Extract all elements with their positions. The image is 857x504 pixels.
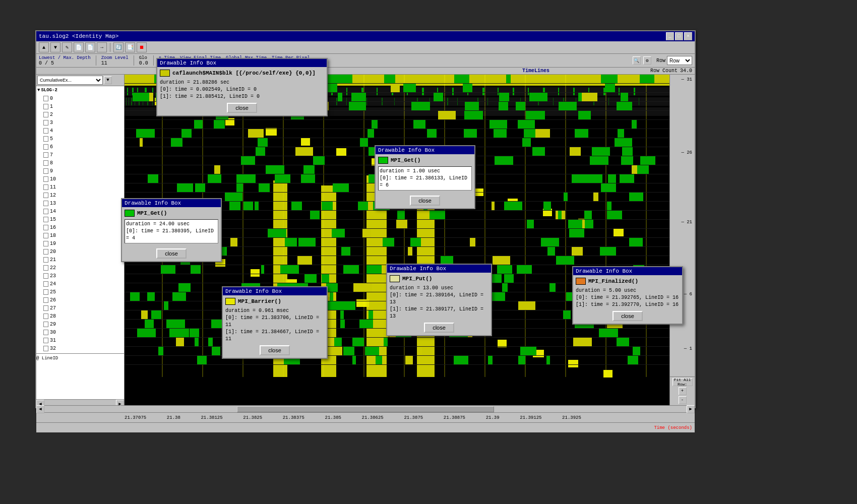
tree-item-4[interactable]: 4 xyxy=(36,127,124,135)
tree-item-0[interactable]: 0 xyxy=(36,94,124,102)
info-box-3-function: MPI_Get() xyxy=(391,157,420,163)
scroll-right-btn[interactable]: ▶ xyxy=(687,405,695,413)
stop-btn[interactable]: ⏹ xyxy=(137,42,147,52)
info-box-2-close[interactable]: close xyxy=(156,248,187,259)
info-box-2-scroll[interactable]: duration = 24.00 usec [0]: time = 21.380… xyxy=(125,219,218,243)
search-btn[interactable]: 🔍 xyxy=(633,56,641,65)
row-scale: — 31 — 26 — 21 — 6 — 1 xyxy=(670,75,695,376)
info-box-3-scroll[interactable]: duration = 1.00 usec [0]: time = 21.3861… xyxy=(378,166,472,191)
info-box-1-close[interactable]: close xyxy=(227,103,257,113)
tree-item-27[interactable]: 27 xyxy=(36,304,124,312)
fit-all-rows-btn[interactable]: Fit All Row: xyxy=(672,378,693,386)
tree-area[interactable]: ▼ SLOG-2 0123456789101112131415161819202… xyxy=(36,86,124,399)
tree-item-1[interactable]: 1 xyxy=(36,102,124,110)
scroll-thumb[interactable] xyxy=(237,406,494,412)
tree-item-19[interactable]: 19 xyxy=(36,239,124,247)
bookmark-btn[interactable]: 📑 xyxy=(125,42,135,52)
close-btn-window[interactable]: × xyxy=(684,32,692,40)
tree-item-16[interactable]: 16 xyxy=(36,223,124,231)
info-box-2: Drawable Info Box MPI_Get() duration = 2… xyxy=(121,198,222,262)
tree-item-31[interactable]: 31 xyxy=(36,336,124,344)
info-box-5-detail0: [0]: time = 21.389164, LineID = 13 xyxy=(390,292,488,306)
maximize-btn[interactable]: □ xyxy=(675,32,683,40)
info-box-4-body: MPI_Barrier() duration = 0.961 msec [0]:… xyxy=(223,295,327,345)
refresh-btn[interactable]: 🔄 xyxy=(113,42,124,52)
tree-item-28[interactable]: 28 xyxy=(36,312,124,320)
tree-item-7[interactable]: 7 xyxy=(36,151,124,159)
info-box-4-duration: duration = 0.961 msec xyxy=(225,307,324,314)
filter-btn[interactable]: ⚙ xyxy=(643,56,651,65)
time-labels: 21.3707521.3821.3812521.382521.3837521.3… xyxy=(125,415,581,420)
tree-item-29[interactable]: 29 xyxy=(36,320,124,328)
tree-item-22[interactable]: 22 xyxy=(36,264,124,272)
info-box-6-body: MPI_Finalized() duration = 5.00 usec [0]… xyxy=(573,275,682,311)
tree-item-32[interactable]: 32 xyxy=(36,344,124,352)
info-box-2-function: MPI_Get() xyxy=(137,210,167,216)
scale-zoom-minus[interactable]: - xyxy=(679,396,687,404)
info-box-5-close[interactable]: close xyxy=(424,323,454,333)
tree-item-2[interactable]: 2 xyxy=(36,110,124,118)
tree-scroll-right[interactable]: ▶ xyxy=(116,400,124,405)
depth-field: Lowest / Max. Depth 0 / 5 xyxy=(39,55,91,66)
tree-item-11[interactable]: 11 xyxy=(36,183,124,191)
scroll-track[interactable] xyxy=(44,406,687,412)
toolbar: ▲ ▼ ✎ 📄 📄 → 🔄 📑 ⏹ xyxy=(36,41,695,54)
bottom-bar: Time (seconds) xyxy=(36,422,695,432)
info-box-6-close[interactable]: close xyxy=(613,311,643,321)
info-box-3-close[interactable]: close xyxy=(410,196,440,206)
time-label-21.3825: 21.3825 xyxy=(243,415,262,420)
tree-item-14[interactable]: 14 xyxy=(36,207,124,215)
tree-item-30[interactable]: 30 xyxy=(36,328,124,336)
tree-item-26[interactable]: 26 xyxy=(36,296,124,304)
cumulative-dropdown[interactable]: CumulativeEx... xyxy=(37,76,103,85)
tree-item-18[interactable]: 18 xyxy=(36,231,124,239)
info-box-4: Drawable Info Box MPI_Barrier() duration… xyxy=(222,286,328,359)
tree-item-20[interactable]: 20 xyxy=(36,247,124,256)
tree-item-15[interactable]: 15 xyxy=(36,215,124,223)
tree-item-3[interactable]: 3 xyxy=(36,118,124,127)
tree-item-23[interactable]: 23 xyxy=(36,272,124,280)
tree-item-24[interactable]: 24 xyxy=(36,280,124,288)
tree-root[interactable]: ▼ SLOG-2 xyxy=(36,86,124,94)
row-select[interactable]: Row All xyxy=(667,56,692,65)
tree-item-12[interactable]: 12 xyxy=(36,191,124,199)
info-box-5-function: MPI_Put() xyxy=(402,276,432,282)
timeline-row-31 xyxy=(125,356,669,365)
down-btn[interactable]: ▼ xyxy=(50,42,60,52)
lineid-row: @ LineID xyxy=(36,353,124,361)
info-box-4-close[interactable]: close xyxy=(260,345,290,355)
tree-hscroll[interactable]: ◀ ▶ xyxy=(36,399,124,405)
info-box-1-detail1: [1]: time = 21.885412, LineID = 0 xyxy=(160,93,324,100)
tree-scroll-left[interactable]: ◀ xyxy=(36,400,44,405)
scale-zoom-plus[interactable]: + xyxy=(679,387,687,395)
minimize-btn[interactable]: _ xyxy=(666,32,674,40)
tree-item-10[interactable]: 10 xyxy=(36,175,124,183)
copy-btn2[interactable]: 📄 xyxy=(85,42,95,52)
tree-item-5[interactable]: 5 xyxy=(36,135,124,143)
tree-item-9[interactable]: 9 xyxy=(36,167,124,175)
tree-item-6[interactable]: 6 xyxy=(36,143,124,151)
tree-item-21[interactable]: 21 xyxy=(36,256,124,264)
scroll-left-btn[interactable]: ◀ xyxy=(36,405,44,413)
info-box-2-title: Drawable Info Box xyxy=(122,199,221,207)
copy-btn1[interactable]: 📄 xyxy=(74,42,84,52)
scale-21: — 21 xyxy=(681,220,692,225)
arrow-btn[interactable]: → xyxy=(97,42,107,52)
edit-btn[interactable]: ✎ xyxy=(62,42,72,52)
info-box-2-title-text: Drawable Info Box xyxy=(125,200,181,206)
left-panel-header: CumulativeEx... ▼ xyxy=(36,75,124,86)
info-box-3-swatch xyxy=(378,157,388,164)
up-btn[interactable]: ▲ xyxy=(39,42,49,52)
tree-item-25[interactable]: 25 xyxy=(36,288,124,296)
scale-6: — 6 xyxy=(684,292,692,297)
glo-label: Glo xyxy=(139,55,147,60)
depth-label: Lowest / Max. Depth xyxy=(39,55,91,60)
row-count-row: TimeLines Row Count 34.0 xyxy=(36,68,695,75)
tree-item-13[interactable]: 13 xyxy=(36,199,124,207)
h-scrollbar[interactable]: ◀ ▶ xyxy=(36,405,695,412)
info-box-6-detail0: [0]: time = 21.392765, LineID = 16 xyxy=(576,294,680,301)
tree-toggle-btn[interactable]: ▼ xyxy=(104,76,112,84)
tree-item-8[interactable]: 8 xyxy=(36,159,124,167)
time-seconds-label: Time (seconds) xyxy=(654,425,692,430)
info-box-2-duration: duration = 24.00 usec xyxy=(126,221,217,228)
